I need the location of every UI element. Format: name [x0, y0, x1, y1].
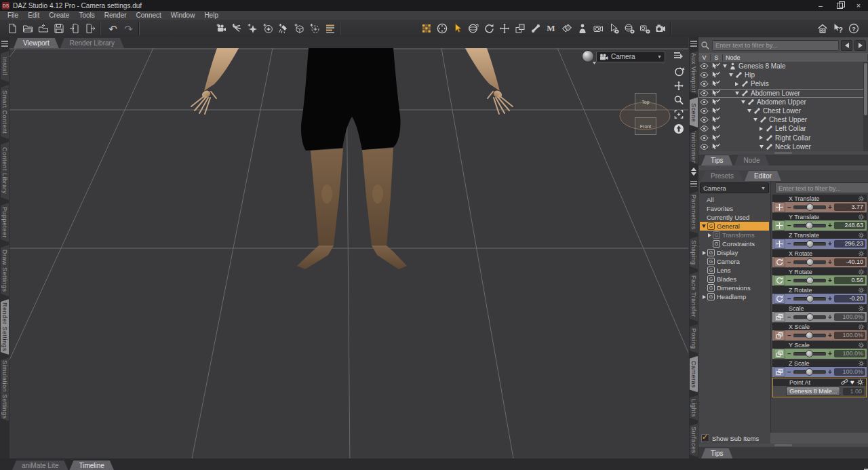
new-null-icon[interactable] — [307, 20, 322, 37]
left-tab-puppeteer[interactable]: Puppeteer — [1, 203, 9, 242]
slider-increment-button[interactable]: + — [827, 369, 833, 376]
scene-tree-row-genesis-8-male[interactable]: Genesis 8 Male — [698, 62, 868, 71]
pan-tool-icon[interactable] — [673, 80, 685, 92]
bottom-tab-animate-lite[interactable]: aniMate Lite — [12, 461, 68, 470]
menu-render[interactable]: Render — [100, 12, 132, 19]
slider-decrement-button[interactable]: − — [787, 204, 792, 211]
new-camera-icon[interactable] — [213, 20, 229, 37]
slider-handle[interactable] — [806, 222, 813, 229]
gear-icon[interactable] — [858, 269, 865, 275]
selectable-pointer-icon[interactable] — [710, 134, 722, 142]
render-icon[interactable] — [652, 20, 668, 37]
expander-down-icon[interactable] — [701, 224, 707, 228]
slider-increment-button[interactable]: + — [827, 314, 833, 321]
surface-selection-icon[interactable] — [559, 20, 574, 37]
visibility-eye-icon[interactable] — [698, 125, 710, 132]
right-tab-parameters[interactable]: Parameters — [690, 191, 698, 234]
param-group-headlamp[interactable]: G Headlamp — [700, 292, 769, 301]
scene-filter-input[interactable] — [712, 40, 839, 51]
expander-right-icon[interactable] — [758, 136, 764, 140]
new-spotlight-icon[interactable] — [229, 20, 244, 37]
scene-tree-row-pelvis[interactable]: Pelvis — [698, 79, 868, 88]
pane-splitter-handle[interactable] — [774, 444, 792, 446]
left-tab-render-settings[interactable]: Render Settings — [1, 299, 9, 355]
parameters-filter-input[interactable] — [775, 182, 868, 193]
param-group-constraints[interactable]: G Constraints — [700, 239, 769, 248]
param-group-general[interactable]: G General — [700, 222, 769, 231]
selectable-pointer-icon[interactable] — [710, 71, 722, 79]
expander-down-icon[interactable] — [752, 118, 758, 121]
right-tab-scene[interactable]: Scene — [690, 97, 698, 128]
scene-tree-row-right-collar[interactable]: Right Collar — [698, 134, 868, 142]
expander-down-icon[interactable] — [722, 64, 728, 68]
undo-icon[interactable]: ↶ — [105, 20, 121, 37]
parameters-tab-presets[interactable]: Presets — [701, 171, 743, 181]
slider-track[interactable] — [793, 297, 826, 301]
scale-tool-icon[interactable] — [512, 20, 528, 37]
visibility-eye-icon[interactable] — [698, 117, 710, 123]
slider-decrement-button[interactable]: − — [787, 332, 792, 339]
measure-icon[interactable]: M — [543, 20, 559, 37]
param-group-lens[interactable]: G Lens — [700, 266, 769, 275]
scene-tree-row-chest-lower[interactable]: Chest Lower — [698, 106, 868, 115]
right-tab-aux-viewport[interactable]: Aux Viewport — [690, 51, 698, 94]
slider-increment-button[interactable]: + — [827, 351, 833, 357]
slider-decrement-button[interactable]: − — [787, 296, 792, 302]
slider-decrement-button[interactable]: − — [787, 351, 792, 357]
pane-group-menu-icon[interactable] — [1, 39, 9, 47]
zoom-tool-icon[interactable] — [673, 94, 685, 106]
slider-increment-button[interactable]: + — [827, 277, 833, 284]
slider-handle[interactable] — [806, 332, 813, 339]
parameter-value[interactable]: -0.20 — [834, 295, 865, 302]
slider-track[interactable] — [793, 242, 826, 246]
new-file-icon[interactable] — [4, 20, 20, 37]
open-file-icon[interactable] — [20, 20, 35, 37]
selectable-pointer-icon[interactable] — [710, 80, 722, 87]
tab-render-library[interactable]: Render Library — [60, 38, 124, 48]
export-icon[interactable] — [82, 20, 98, 37]
right-tab-cameras[interactable]: Cameras — [690, 356, 698, 393]
new-primitive-icon[interactable] — [291, 20, 307, 37]
pane-splitter-arrows[interactable] — [691, 167, 696, 176]
daz-home-icon[interactable]: DS — [814, 20, 830, 37]
param-group-transforms[interactable]: G Transforms — [700, 231, 769, 239]
left-tab-draw-settings[interactable]: Draw Settings — [1, 245, 9, 296]
camera-view-selector[interactable]: Camera ▼ — [596, 51, 665, 62]
viewcube-front-face[interactable]: Front — [635, 117, 656, 135]
point-at-target-button[interactable]: Genesis 8 Male... — [786, 387, 840, 396]
menu-file[interactable]: File — [3, 12, 23, 19]
slider-increment-button[interactable]: + — [827, 204, 833, 211]
merge-file-icon[interactable] — [35, 20, 51, 37]
scene-tree-row-abdomen-lower[interactable]: Abdomen Lower — [698, 89, 868, 98]
slider-track[interactable] — [793, 370, 826, 374]
gear-icon[interactable] — [858, 287, 865, 294]
slider-increment-button[interactable]: + — [827, 259, 833, 266]
slider-track[interactable] — [793, 352, 826, 356]
node-gear-icon[interactable] — [606, 20, 621, 37]
parameter-value[interactable]: 100.0% — [834, 368, 865, 376]
slider-decrement-button[interactable]: − — [787, 241, 792, 248]
whats-this-icon[interactable]: ? — [830, 20, 846, 37]
gear-icon[interactable] — [858, 232, 865, 239]
slider-track[interactable] — [793, 205, 826, 210]
close-button[interactable]: × — [849, 0, 868, 11]
left-tab-simulation-settings[interactable]: Simulation Settings — [1, 357, 9, 421]
slider-track[interactable] — [793, 334, 826, 338]
menu-edit[interactable]: Edit — [23, 12, 44, 19]
show-sub-items-checkbox[interactable] — [701, 434, 709, 442]
visibility-eye-icon[interactable] — [698, 144, 710, 150]
param-group-currently-used[interactable]: Currently Used — [700, 213, 769, 222]
expander-right-icon[interactable] — [701, 295, 707, 299]
reset-tool-icon[interactable] — [673, 123, 685, 134]
restore-button[interactable] — [830, 0, 849, 11]
redo-icon[interactable]: ↷ — [121, 20, 136, 37]
visibility-eye-icon[interactable] — [698, 90, 710, 96]
expander-down-icon[interactable] — [746, 109, 752, 113]
gear-icon[interactable] — [858, 250, 865, 257]
parameter-value[interactable]: 248.63 — [834, 222, 865, 229]
minimize-button[interactable]: – — [811, 0, 830, 11]
parameter-value[interactable]: -40.10 — [834, 258, 865, 266]
visibility-eye-icon[interactable] — [698, 72, 710, 78]
menu-connect[interactable]: Connect — [132, 12, 166, 19]
gear-icon[interactable] — [858, 360, 865, 367]
